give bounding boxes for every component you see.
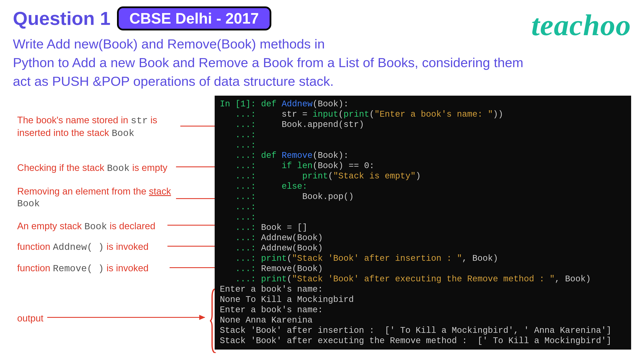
annotation-declare: An empty stack Book is declared [17,220,156,233]
annotation-addnew-call: function Addnew( ) is invoked [17,241,148,253]
brand-logo: teachoo [531,8,631,42]
annotation-remove-call: function Remove( ) is invoked [17,262,148,275]
annotation-insert: The book's name stored in str is inserte… [17,114,157,139]
exam-badge: CBSE Delhi - 2017 [117,6,271,30]
annotation-remove: Removing an element from the stackBook [17,185,171,210]
question-text: Write Add new(Book) and Remove(Book) met… [13,35,631,90]
code-terminal: In [1]: def Addnew(Book): ...: str = inp… [215,96,631,350]
annotation-check-empty: Checking if the stack Book is empty [17,162,168,174]
arrow-icon [47,317,205,318]
annotation-column: The book's name stored in str is inserte… [13,96,215,350]
annotation-output: output [17,312,43,324]
question-title: Question 1 [13,7,110,29]
